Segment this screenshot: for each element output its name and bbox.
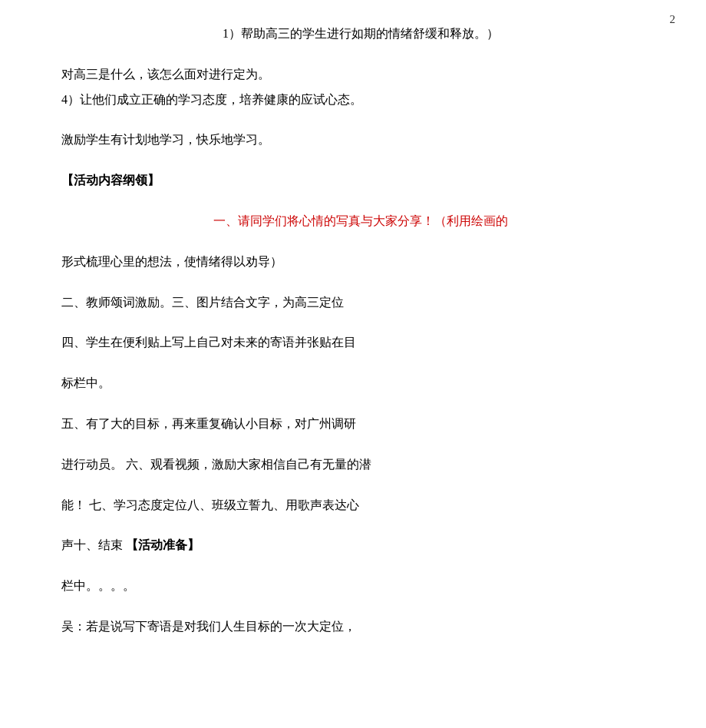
page-number: 2 bbox=[670, 9, 676, 30]
blank-2 bbox=[61, 114, 660, 129]
line-3: 4）让他们成立正确的学习态度，培养健康的应试心态。 bbox=[61, 89, 660, 111]
blank-5 bbox=[61, 236, 660, 251]
line-6-red: 一、请同学们将心情的写真与大家分享！（利用绘画的 bbox=[61, 210, 660, 233]
content-area: 1）帮助高三的学生进行如期的情绪舒缓和释放。） 对高三是什么，该怎么面对进行定为… bbox=[61, 23, 660, 657]
blank-14 bbox=[61, 601, 660, 616]
blank-4 bbox=[61, 195, 660, 210]
line-12: 进行动员。 六、观看视频，激励大家相信自己有无量的潜 bbox=[61, 454, 660, 476]
blank-11 bbox=[61, 479, 660, 495]
line-13: 能！ 七、学习态度定位八、班级立誓九、用歌声表达心 bbox=[61, 495, 660, 517]
blank-7 bbox=[61, 316, 660, 332]
blank-3 bbox=[61, 154, 660, 170]
blank-1 bbox=[61, 48, 660, 64]
line-7: 形式梳理心里的想法，使情绪得以劝导） bbox=[61, 251, 660, 273]
blank-6 bbox=[61, 276, 660, 292]
line-1: 1）帮助高三的学生进行如期的情绪舒缓和释放。） bbox=[61, 23, 660, 45]
blank-12 bbox=[61, 519, 660, 534]
line-4: 激励学生有计划地学习，快乐地学习。 bbox=[61, 129, 660, 151]
line-16: 吴：若是说写下寄语是对我们人生目标的一次大定位， bbox=[61, 616, 660, 638]
line-8: 二、教师颂词激励。三、图片结合文字，为高三定位 bbox=[61, 292, 660, 314]
line-15: 栏中。。。。 bbox=[61, 575, 660, 597]
activity-prep-bold: 【活动准备】 bbox=[126, 538, 200, 551]
line-5-activity-header: 【活动内容纲领】 bbox=[61, 170, 660, 192]
red-line-text: 一、请同学们将心情的写真与大家分享！（利用绘画的 bbox=[213, 214, 508, 227]
blank-9 bbox=[61, 398, 660, 413]
line-9: 四、学生在便利贴上写上自己对未来的寄语并张贴在目 bbox=[61, 332, 660, 354]
line-14: 声十、结束 【活动准备】 bbox=[61, 534, 660, 557]
activity-header-text: 【活动内容纲领】 bbox=[61, 174, 160, 187]
blank-8 bbox=[61, 357, 660, 372]
line-14-pre: 声十、结束 bbox=[61, 538, 126, 551]
blank-15 bbox=[61, 641, 660, 657]
blank-13 bbox=[61, 560, 660, 575]
blank-10 bbox=[61, 438, 660, 454]
line-2: 对高三是什么，该怎么面对进行定为。 bbox=[61, 64, 660, 86]
line-11: 五、有了大的目标，再来重复确认小目标，对广州调研 bbox=[61, 413, 660, 435]
line-10: 标栏中。 bbox=[61, 372, 660, 395]
